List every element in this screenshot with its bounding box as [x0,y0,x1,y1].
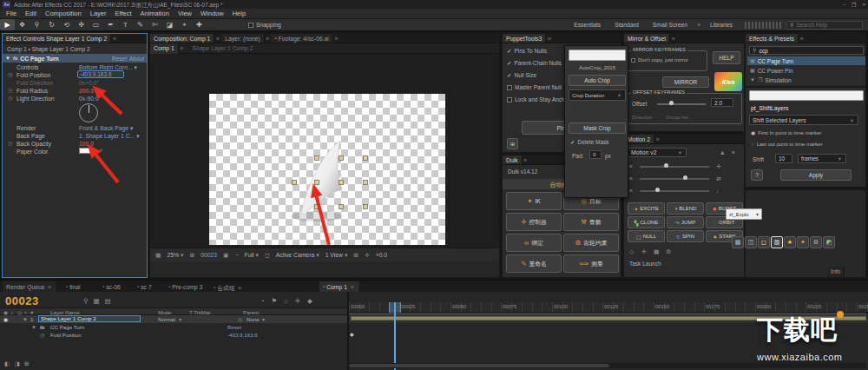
grid-button[interactable]: ⊞ [507,138,518,149]
tool-text[interactable]: T [118,19,133,30]
tab-mirror-offset[interactable]: Mirror & Offset [624,34,670,43]
duik-button-bones[interactable]: ⚒骨骼 [563,213,619,231]
tab-comp-pre-comp-3[interactable]: ▪Pre-comp 3 [168,283,202,291]
panel-menu-icon[interactable]: ≡ [523,155,529,164]
motion-blur-icon[interactable]: ⌂ [284,297,288,306]
effect-row[interactable]: ▼ fx CC Page Turn Reset [0,323,347,331]
flowchart-icon[interactable]: ▤ [105,297,111,306]
tab-duik[interactable]: Duik [503,155,523,164]
option-lock-stay-anchor[interactable]: Lock and Stay Anchor [507,96,569,103]
menu-item-help[interactable]: Help [228,10,250,18]
effects-item-cc-page-turn[interactable]: ▦CC Page Turn [747,56,865,65]
chevrons-icon[interactable]: » [694,21,703,29]
duik-button-measure[interactable]: ⟺测量 [563,254,619,273]
layer-row-1[interactable]: ◉ ▼ 1 Shape Layer 1 Comp 2 Normal ▾ ◎ No… [0,315,347,323]
motion-footer-icon[interactable]: ▦ [654,248,659,255]
param-value-back-page[interactable]: 1. Shape Layer 1 C...▾ [79,132,140,140]
effect-about-link[interactable]: About [129,55,144,63]
current-time-display[interactable]: 00023 [5,294,39,307]
menu-item-view[interactable]: View [174,10,196,18]
fold-position-value[interactable]: -403.9,163.6 [77,70,124,78]
workspace-small-screen[interactable]: Small Screen [646,21,694,29]
workspace-essentials[interactable]: Essentials [567,21,608,29]
duik-button-binding[interactable]: ∞绑定 [506,234,562,252]
motion-header-icon[interactable]: ▲ [720,149,726,156]
motion-footer-icon[interactable]: ◇ [629,248,634,255]
motion-button-clone[interactable]: ▚CLONE [628,216,665,228]
panel-menu-icon[interactable]: ≡ [333,34,340,43]
paper-color-swatch[interactable] [79,148,93,154]
tab-info[interactable]: Info [827,267,845,277]
blend-mode-select[interactable]: Normal [158,316,175,323]
resolution-select[interactable]: Full▾ [245,251,259,259]
panel-menu-icon[interactable]: ≡ [799,34,806,43]
expand-toggle-icon[interactable]: ◧ [4,360,10,367]
dont-copy-checkbox[interactable]: Don't copy, just mirror [631,56,688,63]
minimize-button[interactable]: – [843,2,845,7]
pad-value-input[interactable]: 0 [589,150,602,159]
shift-unit-dropdown[interactable]: frames▾ [798,154,846,163]
auto-crop-button[interactable]: Auto Crop [569,75,626,86]
radio-first-in-point[interactable]: ◉First In point to time marker [751,129,821,136]
option-null-size[interactable]: ✓Null Size [507,71,536,79]
option-parent-chain-nulls[interactable]: ✓Parent-Chain Nulls [507,59,562,67]
tab-comp-final[interactable]: ▪final [66,283,81,291]
tab-effect-controls[interactable]: Effect Controls Shape Layer 1 Comp 2 [3,34,111,43]
zl-explode-dropdown[interactable]: zl_Explo▾ [726,208,762,220]
float-tool-corner[interactable]: ◩ [823,236,835,248]
float-tool-box[interactable]: ◻ [758,236,770,248]
motion-button-null[interactable]: ▢NULL [628,230,665,242]
panel-menu-icon[interactable]: ≡ [670,34,677,43]
motion-slider-knob[interactable] [683,175,687,180]
float-tool-pattern[interactable]: ▩ [732,236,744,248]
page-curl-shape[interactable] [301,141,342,215]
offset-slider-track[interactable] [657,103,706,105]
slider-handle-icon[interactable]: ≡ [629,187,633,195]
float-tool-gear[interactable]: ⚙ [810,236,822,248]
exposure-value[interactable]: +0.0 [376,251,387,259]
time-ruler[interactable]: 00000 00025 00050 00075 00100 00125 0015… [349,302,868,313]
float-tool-sparkle[interactable]: ✦ [797,236,809,248]
workspace-libraries[interactable]: Libraries [703,21,740,29]
script-input[interactable] [749,90,864,101]
motion-slider-track[interactable] [640,166,709,168]
float-tool-star[interactable]: ★ [784,236,796,248]
duik-button-ik[interactable]: ✦IK [506,192,562,210]
timeline-scrollbar-thumb[interactable] [349,364,609,367]
region-of-interest-icon[interactable]: ◻ [265,251,270,259]
snapshot-icon[interactable]: ▣ [223,251,228,259]
stopwatch-icon[interactable]: ◷ [8,140,12,147]
menu-item-composition[interactable]: Composition [41,10,86,18]
stopwatch-icon[interactable]: ◷ [8,95,12,102]
stopwatch-icon[interactable]: ◷ [40,332,44,339]
eye-icon[interactable]: ◉ [3,316,8,323]
float-tool-selected[interactable]: ▥ [771,236,783,248]
mirror-button[interactable]: MIRROR [662,76,709,88]
in-out-toggle-icon[interactable]: ⊞ [24,360,30,367]
current-time-indicator[interactable] [394,302,396,370]
tool-puppet-pin[interactable]: ✚ [192,19,207,30]
tool-shape[interactable]: ▭ [89,19,103,30]
composition-viewer[interactable] [150,54,499,248]
shy-icon[interactable]: ◔ [260,297,265,306]
duik-button-gear-constraint[interactable]: ⚙齿轮约束 [563,234,619,252]
slider-handle-icon[interactable]: ≡ [629,175,633,182]
viewer-tab-comp-1[interactable]: Comp 1 [150,43,179,54]
motion-slider-track[interactable] [640,178,709,180]
tool-roto-brush[interactable]: ⌖ [177,19,192,30]
maximize-button[interactable]: ❐ [852,2,856,8]
menu-item-layer[interactable]: Layer [86,10,111,18]
tool-hand[interactable]: ✥ [15,19,30,30]
effect-reset-link[interactable]: Reset [227,324,241,331]
tool-rotate[interactable]: ↻ [44,19,59,30]
offset-slider-knob[interactable] [669,101,674,105]
shift-value-input[interactable]: 10 [775,154,792,163]
help-button[interactable]: HELP [713,51,740,64]
motion-slider-knob[interactable] [664,163,668,168]
effects-category-simulation[interactable]: ▼❐Simulation [747,76,865,84]
eyedropper-icon[interactable]: ✐ [98,147,103,155]
property-row-value[interactable]: -403.9,163.6 [227,332,258,339]
search-help-box[interactable]: ⚲ Search Help [786,21,863,30]
tool-brush[interactable]: ✎ [133,19,148,30]
task-launch-label[interactable]: Task Launch [629,260,661,268]
